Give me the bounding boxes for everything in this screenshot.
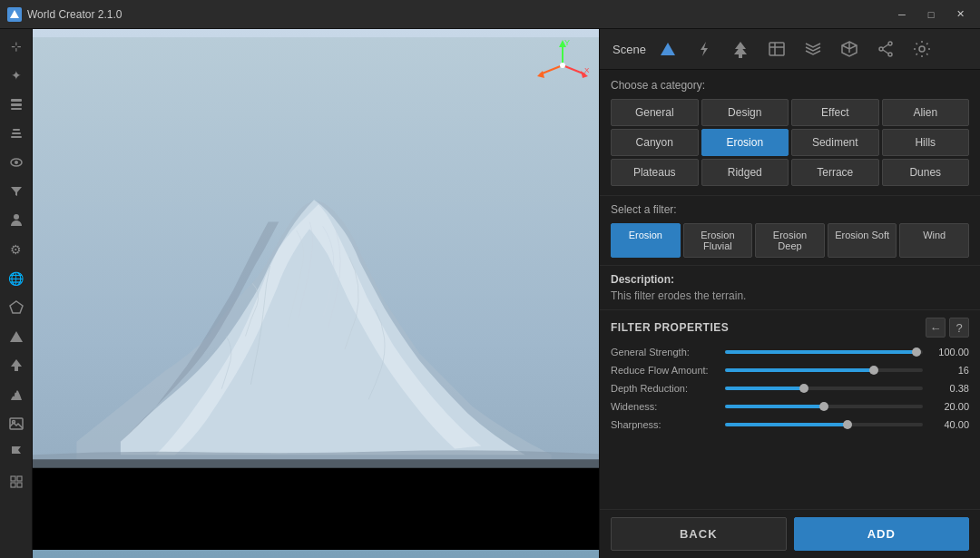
description-label: Description:	[611, 273, 969, 286]
toolbar-icon-lightning[interactable]	[690, 34, 719, 64]
slider-row-2: Depth Reduction:0.38	[611, 383, 969, 394]
sidebar-icon-flag[interactable]	[3, 439, 30, 466]
back-button[interactable]: BACK	[611, 517, 787, 551]
category-btn-alien[interactable]: Alien	[882, 99, 970, 126]
sidebar-icon-person[interactable]	[3, 207, 30, 234]
svg-rect-16	[11, 476, 15, 481]
properties-help-btn[interactable]: ?	[949, 318, 969, 338]
maximize-button[interactable]: □	[918, 5, 944, 24]
slider-value-2: 0.38	[928, 383, 969, 394]
slider-track-4[interactable]	[725, 423, 923, 426]
svg-point-38	[879, 47, 883, 51]
svg-marker-12	[11, 359, 22, 367]
close-button[interactable]: ✕	[947, 5, 973, 24]
viewport[interactable]: Y X	[33, 29, 599, 558]
toolbar-icon-layers[interactable]	[799, 34, 828, 64]
svg-point-37	[888, 53, 892, 56]
filter-grid: ErosionErosion FluvialErosion DeepErosio…	[611, 223, 969, 258]
category-btn-ridged[interactable]: Ridged	[701, 159, 789, 186]
svg-rect-35	[769, 43, 784, 55]
slider-track-1[interactable]	[725, 368, 923, 372]
sidebar-icon-cursor[interactable]: ⊹	[3, 33, 30, 60]
svg-rect-19	[17, 483, 22, 487]
sidebar-icon-globe[interactable]: 🌐	[3, 265, 30, 292]
sidebar-icon-grid[interactable]	[3, 468, 30, 495]
slider-value-0: 100.00	[928, 347, 969, 357]
slider-thumb-1[interactable]	[869, 366, 878, 375]
sidebar-icon-grass[interactable]	[3, 381, 30, 408]
sidebar-icon-eye[interactable]	[3, 149, 30, 176]
toolbar-icon-map[interactable]	[762, 34, 791, 64]
slider-track-2[interactable]	[725, 387, 923, 390]
slider-track-0[interactable]	[725, 350, 923, 354]
filter-btn-erosion-deep[interactable]: Erosion Deep	[755, 223, 825, 258]
category-btn-sediment[interactable]: Sediment	[791, 129, 879, 156]
app-title: World Creator 2.1.0	[27, 8, 122, 21]
sidebar-icon-pentagon[interactable]	[3, 294, 30, 321]
toolbar-icon-tree[interactable]	[726, 34, 755, 64]
category-btn-hills[interactable]: Hills	[882, 129, 970, 156]
filter-btn-wind[interactable]: Wind	[899, 223, 969, 258]
category-btn-dunes[interactable]: Dunes	[882, 159, 970, 186]
sidebar-icon-settings[interactable]: ⚙	[3, 236, 30, 263]
svg-rect-4	[11, 136, 22, 138]
slider-thumb-0[interactable]	[912, 348, 921, 357]
title-bar: World Creator 2.1.0 ─ □ ✕	[0, 0, 980, 29]
category-btn-canyon[interactable]: Canyon	[611, 129, 699, 156]
filter-section: Select a filter: ErosionErosion FluvialE…	[600, 195, 980, 265]
svg-line-39	[883, 44, 888, 48]
properties-title: FILTER PROPERTIES	[611, 321, 729, 334]
slider-row-1: Reduce Flow Amount:16	[611, 365, 969, 376]
svg-rect-3	[11, 108, 22, 110]
svg-text:X: X	[584, 66, 590, 74]
category-btn-plateaus[interactable]: Plateaus	[611, 159, 699, 186]
slider-value-4: 40.00	[928, 419, 969, 430]
sidebar-icon-layers[interactable]	[3, 91, 30, 118]
svg-point-36	[888, 42, 892, 45]
filter-btn-erosion-fluvial[interactable]: Erosion Fluvial	[683, 223, 753, 258]
minimize-button[interactable]: ─	[889, 5, 915, 24]
filter-btn-erosion-soft[interactable]: Erosion Soft	[828, 223, 897, 258]
properties-back-btn[interactable]: ←	[926, 318, 946, 338]
slider-thumb-4[interactable]	[843, 420, 852, 429]
category-btn-general[interactable]: General	[611, 99, 699, 126]
sidebar-icon-filter[interactable]	[3, 178, 30, 205]
svg-line-26	[540, 65, 563, 74]
category-btn-design[interactable]: Design	[701, 99, 789, 126]
toolbar-icon-settings[interactable]	[907, 34, 936, 64]
left-sidebar: ⊹ ✦ ⚙ 🌐	[0, 29, 33, 558]
bottom-actions: BACK ADD	[600, 509, 980, 558]
category-btn-erosion[interactable]: Erosion	[701, 129, 789, 156]
slider-thumb-2[interactable]	[799, 384, 808, 393]
title-bar-left: World Creator 2.1.0	[7, 7, 122, 22]
sidebar-icon-image[interactable]	[3, 410, 30, 437]
slider-row-3: Wideness:20.00	[611, 401, 969, 412]
category-btn-terrace[interactable]: Terrace	[791, 159, 879, 186]
category-btn-effect[interactable]: Effect	[791, 99, 879, 126]
slider-fill-4	[725, 423, 848, 426]
toolbar-icon-mountain[interactable]	[653, 34, 682, 64]
sidebar-icon-tree[interactable]	[3, 352, 30, 379]
slider-value-3: 20.00	[928, 401, 969, 412]
category-section-label: Choose a category:	[611, 79, 969, 92]
main-content: ⊹ ✦ ⚙ 🌐	[0, 29, 980, 558]
terrain-svg	[33, 29, 599, 558]
svg-point-41	[919, 46, 925, 52]
slider-label-0: General Strength:	[611, 347, 720, 357]
toolbar-icon-share[interactable]	[871, 34, 900, 64]
toolbar-icon-cube[interactable]	[835, 34, 864, 64]
svg-marker-0	[10, 10, 19, 18]
svg-marker-11	[10, 331, 23, 342]
svg-rect-17	[17, 476, 22, 481]
sidebar-icon-mountain[interactable]	[3, 323, 30, 350]
description-section: Description: This filter erodes the terr…	[600, 265, 980, 309]
sliders-container: General Strength:100.00Reduce Flow Amoun…	[611, 347, 969, 430]
sidebar-icon-move[interactable]: ✦	[3, 62, 30, 89]
slider-track-3[interactable]	[725, 405, 923, 408]
add-button[interactable]: ADD	[794, 517, 970, 551]
slider-fill-2	[725, 387, 804, 390]
axis-gizmo: Y X	[535, 38, 590, 93]
sidebar-icon-stack[interactable]	[3, 120, 30, 147]
slider-thumb-3[interactable]	[819, 402, 828, 411]
filter-btn-erosion[interactable]: Erosion	[611, 223, 681, 258]
